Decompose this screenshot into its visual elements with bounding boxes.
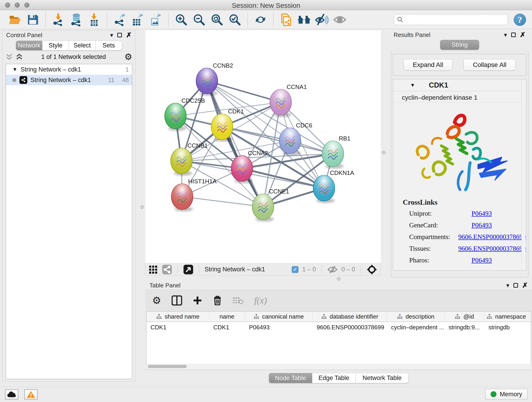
column-header-shared-name[interactable]: shared name	[146, 312, 209, 322]
tab-style[interactable]: Style	[42, 41, 69, 51]
tab-edge-table[interactable]: Edge Table	[312, 373, 356, 383]
network-node-CDKN1A[interactable]: CDKN1A	[313, 169, 354, 203]
collapse-all-button[interactable]: Collapse All	[463, 59, 516, 70]
table-row[interactable]: CDK1CDK1P064939606.ENSP00000378699cyclin…	[146, 322, 531, 332]
network-graph[interactable]: CCNB2CCNA1CDC25BCDK1CDC6RB1CCNB1CCNA2CDK…	[145, 30, 381, 263]
collection-expander-icon[interactable]: ▼	[12, 66, 17, 72]
zoom-in-icon[interactable]	[174, 12, 189, 27]
show-columns-icon[interactable]	[172, 295, 182, 306]
warnings-button[interactable]	[24, 389, 38, 400]
open-file-icon[interactable]	[7, 12, 22, 27]
table-cell[interactable]: cyclin–dependent ...	[387, 322, 444, 332]
detach-view-icon[interactable]	[183, 264, 193, 274]
crosslink-link[interactable]: 9606.ENSP00000378699	[458, 245, 526, 252]
results-scrollbar[interactable]	[521, 80, 526, 270]
table-cell[interactable]: P06493	[245, 322, 312, 332]
zoom-out-icon[interactable]	[192, 12, 206, 27]
network-node-CCNA1[interactable]: CCNA1	[270, 83, 307, 117]
hidden-items-eye-icon[interactable]	[327, 265, 338, 274]
string-home-icon[interactable]	[297, 12, 311, 27]
node-label-CCNA1: CCNA1	[287, 83, 307, 90]
import-table-file-icon[interactable]	[87, 12, 101, 27]
tab-select[interactable]: Select	[69, 41, 95, 51]
tab-node-table[interactable]: Node Table	[269, 373, 312, 383]
crosslink-link[interactable]: 9606.ENSP00000378699	[458, 233, 526, 241]
control-panel-close-icon[interactable]: ✗	[126, 32, 132, 38]
right-splitter-handle[interactable]	[382, 151, 386, 154]
tab-network[interactable]: Network	[16, 41, 42, 51]
results-panel-float-icon[interactable]	[511, 32, 516, 37]
share-session-icon[interactable]	[279, 12, 293, 27]
table-cell[interactable]: stringdb:9...	[444, 322, 484, 332]
network-node-CCNB1[interactable]: CCNB1	[171, 142, 208, 176]
table-panel-close-icon[interactable]: ✗	[522, 282, 528, 289]
expand-all-icon[interactable]	[16, 53, 23, 61]
table-panel-menu-icon[interactable]: ▾	[506, 282, 509, 289]
column-header-canonical-name[interactable]: canonical name	[245, 312, 312, 322]
network-node-HIST1H1A[interactable]: HIST1H1A	[171, 178, 217, 211]
control-panel-menu-icon[interactable]: ▾	[110, 32, 113, 39]
help-button[interactable]: ?	[514, 13, 526, 26]
network-edge-HIST1H1A-CCNE1[interactable]	[182, 197, 263, 207]
grid-view-icon[interactable]	[149, 265, 158, 274]
apply-layout-icon[interactable]	[253, 12, 268, 27]
column-header-@id[interactable]: @id	[444, 312, 484, 322]
add-column-icon[interactable]	[193, 296, 202, 305]
network-node-CCNB2[interactable]: CCNB2	[196, 62, 233, 96]
zoom-fit-icon[interactable]	[210, 12, 224, 27]
column-header-name[interactable]: name	[209, 312, 245, 322]
crosslink-row: Tissues:9606.ENSP00000378699	[403, 245, 526, 252]
scrollbar-thumb[interactable]	[148, 365, 187, 368]
expand-all-button[interactable]: Expand All	[404, 59, 452, 70]
network-edge-CCNB2-CCNE1[interactable]	[207, 81, 263, 207]
column-header-label: namespace	[495, 313, 526, 320]
collapse-all-icon[interactable]	[6, 53, 13, 61]
tab-network-table[interactable]: Network Table	[356, 373, 409, 383]
results-panel-menu-icon[interactable]: ▾	[504, 32, 507, 38]
network-options-gear-icon[interactable]: ⚙	[124, 52, 132, 61]
column-header-database-identifier[interactable]: database identifier	[312, 312, 387, 322]
eye-icon[interactable]	[332, 12, 347, 27]
table-cell[interactable]: stringdb	[484, 322, 528, 332]
left-splitter-handle[interactable]	[140, 205, 144, 209]
import-network-file-icon[interactable]	[51, 12, 66, 27]
table-cell[interactable]: CDK1	[146, 322, 209, 332]
bottom-splitter-handle[interactable]	[337, 277, 341, 281]
show-hide-icon[interactable]	[315, 12, 329, 27]
table-horizontal-scrollbar[interactable]	[146, 364, 531, 369]
toolbar-search[interactable]	[394, 14, 508, 25]
network-node-CCNE1[interactable]: CCNE1	[252, 188, 289, 222]
save-session-icon[interactable]	[25, 12, 40, 27]
gene-card-expander-icon[interactable]: ▼	[410, 82, 415, 88]
table-settings-gear-icon[interactable]: ⚙	[152, 295, 161, 306]
zoom-selected-icon[interactable]	[228, 12, 242, 27]
column-header-namespace[interactable]: namespace	[484, 312, 528, 322]
search-input[interactable]	[404, 16, 505, 23]
results-panel-close-icon[interactable]: ✗	[520, 32, 526, 38]
table-cell[interactable]: CDK1	[209, 322, 245, 332]
memory-button[interactable]: Memory	[485, 389, 527, 400]
delete-column-icon[interactable]	[213, 295, 222, 306]
selected-items-checkbox-icon[interactable]: ✓	[292, 266, 298, 273]
control-panel-float-icon[interactable]	[117, 33, 122, 37]
import-network-database-icon[interactable]	[69, 12, 84, 27]
network-view-canvas[interactable]: CCNB2CCNA1CDC25BCDK1CDC6RB1CCNB1CCNA2CDK…	[145, 30, 381, 263]
network-node-RB1[interactable]: RB1	[322, 135, 351, 169]
table-panel-float-icon[interactable]	[513, 283, 518, 288]
network-badge-icon[interactable]	[162, 264, 172, 274]
export-network-icon[interactable]	[113, 12, 127, 27]
tab-sets[interactable]: Sets	[95, 41, 122, 51]
export-image-icon[interactable]	[148, 12, 163, 27]
crosslink-link[interactable]: P06493	[472, 210, 492, 217]
column-header-description[interactable]: description	[387, 312, 444, 322]
tab-string[interactable]: String	[440, 40, 479, 50]
crosslink-link[interactable]: P06493	[472, 221, 492, 229]
network-row[interactable]: String Network – cdk1 11 48	[6, 75, 132, 85]
birds-eye-toggle-icon[interactable]	[366, 264, 377, 275]
crosslink-link[interactable]: P06493	[472, 256, 492, 264]
cloud-status-button[interactable]	[5, 389, 18, 400]
network-collection-row[interactable]: ▼ String Network – cdk1 1	[6, 64, 132, 75]
export-table-icon[interactable]	[130, 12, 145, 27]
table-cell[interactable]: 9606.ENSP00000378699	[312, 322, 387, 332]
node-label-CCNB1: CCNB1	[187, 142, 208, 149]
